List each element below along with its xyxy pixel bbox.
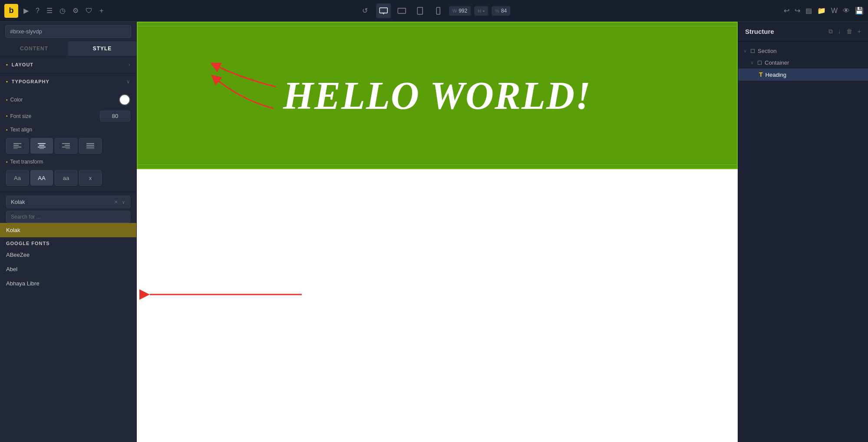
undo-icon[interactable]: ↩ [784,7,789,15]
add-element-icon[interactable]: + [858,28,861,35]
panel-tabs: CONTENT STYLE [0,41,136,56]
text-transform-row: Text transform [6,159,130,165]
typography-chevron-icon: ∨ [126,79,130,85]
layout-section-title: LAYOUT [6,62,33,67]
font-item-abhaya-libre[interactable]: Abhaya Libre [0,276,136,291]
tree-item-heading[interactable]: T Heading [738,69,868,81]
cursor-tool-icon[interactable]: ▶ [23,7,29,15]
delete-icon[interactable]: 🗑 [846,28,852,35]
canvas-heading: HELLO WORLD! [283,73,591,118]
font-item-abel[interactable]: Abel [0,262,136,276]
align-center-button[interactable] [30,138,53,154]
container-rect-icon: ☐ [757,60,762,66]
width-dimension: W 992 [449,6,471,16]
content-tab[interactable]: CONTENT [0,41,68,56]
shield-icon[interactable]: 🛡 [86,7,92,15]
text-transform-label: Text transform [6,159,43,165]
zoom-dimension: % 84 [492,6,510,16]
layout-section: LAYOUT › [0,56,136,73]
container-chevron-icon: ∨ [750,60,754,65]
typography-section-title: TYPOGRAPHY [6,79,50,84]
structure-title: Structure [745,28,774,35]
transform-buttons: Aa AA aa x [6,170,130,186]
right-panel-header: Structure ⧉ ↓ 🗑 + [738,22,868,42]
font-selected-controls: ✕ ∨ [114,199,125,205]
height-dimension: H - [474,6,488,16]
typography-section: TYPOGRAPHY ∨ Color Font size Text align [0,73,136,192]
svg-rect-0 [380,8,387,13]
font-size-label: Font size [6,113,31,119]
redo-icon[interactable]: ↪ [795,7,800,15]
transform-other-button[interactable]: x [79,170,102,186]
font-search-input[interactable] [6,211,130,223]
save-icon[interactable]: 💾 [855,7,864,15]
download-icon[interactable]: ↓ [838,28,841,35]
heading-label: Heading [766,72,786,78]
tablet-device-button[interactable] [413,3,427,18]
tree-item-section[interactable]: ∨ ☐ Section [738,45,868,57]
wordpress-icon[interactable]: W [831,7,838,15]
svg-rect-3 [398,8,406,13]
font-selected-dropdown[interactable]: Kolak ✕ ∨ [6,196,130,208]
color-picker[interactable] [119,94,130,105]
section-chevron-icon: ∨ [743,48,747,54]
align-left-button[interactable] [6,138,29,154]
section-rect-icon: ☐ [750,48,755,54]
toolbar-right-icons: ↩ ↪ ▤ 📁 W 👁 💾 [784,7,864,15]
transform-uppercase-button[interactable]: AA [30,170,53,186]
canvas-green-section[interactable]: HELLO WORLD! [137,22,738,169]
font-dropdown-list: Kolak GOOGLE FONTS ABeeZee Abel Abhaya L… [0,223,136,442]
tree-item-container[interactable]: ∨ ☐ Container [738,57,868,69]
font-item-kolak[interactable]: Kolak [0,223,136,237]
tablet-landscape-device-button[interactable] [394,3,409,18]
page-icon[interactable]: ☰ [46,7,53,15]
help-icon[interactable]: ? [36,7,40,15]
top-toolbar: b ▶ ? ☰ ◷ ⚙ 🛡 + ↺ W 992 H - % [0,0,868,22]
layout-grid-icon[interactable]: ▤ [805,7,812,15]
height-value: - [483,8,485,14]
right-panel: Structure ⧉ ↓ 🗑 + ∨ ☐ Section ∨ ☐ Contai… [738,22,868,442]
transform-lowercase-button[interactable]: aa [55,170,77,186]
main-area: CONTENT STYLE LAYOUT › TYPOGRAPHY ∨ Colo… [0,22,868,442]
font-clear-icon[interactable]: ✕ [114,199,118,205]
text-align-row: Text align [6,127,130,133]
toolbar-center: ↺ W 992 H - % 84 [358,3,511,18]
width-label: W [452,8,457,13]
transform-none-button[interactable]: Aa [6,170,29,186]
canvas-wrapper: HELLO WORLD! [137,22,738,442]
zoom-value: 84 [501,8,507,14]
element-id-input[interactable] [5,25,131,38]
settings-icon[interactable]: ⚙ [73,7,79,15]
folder-icon[interactable]: 📁 [817,7,826,15]
typography-section-content: Color Font size Text align [0,90,136,192]
color-row: Color [6,94,130,105]
mobile-device-button[interactable] [431,3,446,18]
font-chevron-icon[interactable]: ∨ [122,199,125,205]
height-label: H [478,8,481,13]
font-selected-label: Kolak [11,199,25,205]
font-item-abeezee[interactable]: ABeeZee [0,248,136,262]
layout-section-header[interactable]: LAYOUT › [0,56,136,73]
plus-icon[interactable]: + [99,7,103,15]
align-right-button[interactable] [55,138,77,154]
width-value: 992 [459,8,467,14]
svg-rect-4 [417,7,422,14]
desktop-device-button[interactable] [376,3,391,18]
align-justify-button[interactable] [79,138,102,154]
style-tab[interactable]: STYLE [68,41,136,56]
logo-button[interactable]: b [4,4,18,18]
google-fonts-label: GOOGLE FONTS [0,237,136,248]
canvas-white-section[interactable] [137,169,738,442]
heading-t-icon: T [759,71,763,78]
font-size-row: Font size [6,111,130,121]
typography-section-header[interactable]: TYPOGRAPHY ∨ [0,73,136,90]
refresh-button[interactable]: ↺ [358,3,373,18]
font-size-input[interactable] [100,111,130,121]
svg-rect-5 [436,7,440,14]
align-buttons [6,138,130,154]
duplicate-icon[interactable]: ⧉ [828,28,833,35]
structure-tree: ∨ ☐ Section ∨ ☐ Container T Heading [738,42,868,84]
preview-icon[interactable]: 👁 [843,7,850,15]
canvas-area: HELLO WORLD! [137,22,738,442]
history-icon[interactable]: ◷ [59,7,66,15]
